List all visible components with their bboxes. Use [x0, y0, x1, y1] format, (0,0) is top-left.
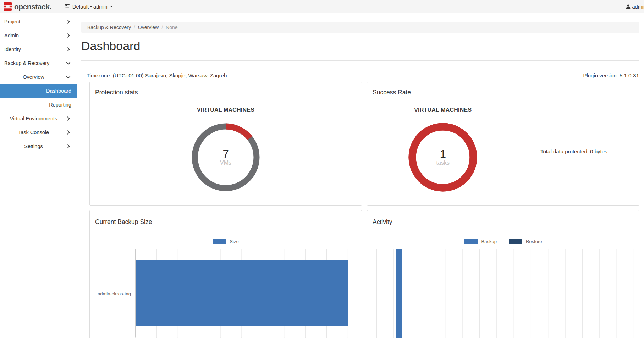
current-backup-size-title: Current Backup Size	[95, 218, 357, 226]
protection-stats-card: Protection stats VIRTUAL MACHINES 7 VMs	[89, 82, 362, 206]
chevron-down-icon	[66, 74, 71, 80]
activity-bar-chart	[372, 249, 634, 338]
user-icon	[626, 4, 631, 9]
chevron-right-icon	[66, 143, 71, 149]
chevron-right-icon	[66, 33, 71, 38]
title-divider	[81, 60, 639, 61]
sidebar-item-dashboard[interactable]: Dashboard	[0, 84, 77, 98]
domain-project-switcher[interactable]: Default • admin	[65, 4, 113, 10]
success-tasks-unit: tasks	[436, 160, 450, 166]
activity-card: Activity Backup Restore	[367, 210, 639, 338]
success-tasks-count: 1	[440, 149, 446, 160]
backup-size-category-label: admin-cirros-tag	[95, 249, 135, 338]
breadcrumb-backup-recovery[interactable]: Backup & Recovery	[87, 24, 131, 30]
project-switcher-label: Default • admin	[72, 4, 108, 10]
backup-legend-label: Backup	[481, 239, 497, 244]
sidebar-item-overview[interactable]: Overview	[0, 70, 77, 84]
backup-size-bar-chart: admin-cirros-tag	[95, 249, 357, 338]
brand-text: openstack.	[14, 2, 51, 11]
chevron-right-icon	[66, 19, 71, 24]
restore-legend-swatch	[509, 239, 522, 244]
activity-plot-area	[376, 249, 634, 338]
openstack-logo-icon	[4, 2, 12, 11]
activity-title: Activity	[372, 218, 634, 226]
chevron-right-icon	[66, 130, 71, 135]
meta-row: Timezone: (UTC+01:00) Sarajevo, Skopje, …	[81, 72, 639, 79]
size-legend-label: Size	[230, 239, 238, 244]
protected-vms-unit: VMs	[220, 160, 231, 166]
openstack-brand[interactable]: openstack.	[0, 2, 60, 11]
backup-size-bar	[136, 260, 348, 326]
chevron-right-icon	[66, 116, 71, 121]
activity-legend: Backup Restore	[372, 239, 634, 244]
sidebar-item-virtual-environments[interactable]: Virtual Environments	[0, 111, 77, 125]
protection-stats-chart-title: VIRTUAL MACHINES	[95, 107, 357, 114]
card-divider	[372, 231, 634, 231]
sidebar: Project Admin Identity Backup & Recovery…	[0, 13, 77, 338]
size-legend-swatch	[213, 239, 226, 244]
sidebar-item-settings[interactable]: Settings	[0, 139, 77, 153]
activity-backup-bar	[396, 249, 402, 338]
sidebar-item-identity[interactable]: Identity	[0, 42, 77, 56]
sidebar-item-task-console[interactable]: Task Console	[0, 125, 77, 139]
user-menu-label: admin	[632, 4, 644, 10]
breadcrumb-separator: /	[131, 24, 138, 30]
success-rate-donut-chart: 1 tasks	[407, 122, 478, 193]
top-bar: openstack. Default • admin admin	[0, 0, 644, 13]
breadcrumb-current: None	[166, 24, 177, 30]
page-title: Dashboard	[81, 39, 639, 53]
breadcrumb-overview[interactable]: Overview	[138, 24, 159, 30]
total-data-protected-text: Total data protected: 0 bytes	[514, 148, 634, 154]
project-switcher-icon	[65, 4, 70, 9]
sidebar-item-admin[interactable]: Admin	[0, 28, 77, 42]
size-legend: Size	[95, 239, 357, 244]
breadcrumb-separator: /	[159, 24, 166, 30]
success-rate-chart-title: VIRTUAL MACHINES	[372, 107, 514, 114]
user-menu[interactable]: admin	[626, 0, 644, 13]
restore-legend-label: Restore	[526, 239, 542, 244]
timezone-text: Timezone: (UTC+01:00) Sarajevo, Skopje, …	[87, 72, 227, 79]
sidebar-item-reporting[interactable]: Reporting	[0, 98, 77, 111]
breadcrumb: Backup & Recovery / Overview / None	[81, 22, 639, 33]
chevron-down-icon	[110, 6, 113, 7]
chevron-down-icon	[66, 60, 71, 66]
card-divider	[95, 231, 357, 231]
success-rate-card: Success Rate VIRTUAL MACHINES	[367, 82, 639, 206]
protection-stats-title: Protection stats	[95, 88, 357, 96]
protected-vms-count: 7	[222, 149, 229, 160]
current-backup-size-card: Current Backup Size Size admin-cirros-ta…	[89, 210, 362, 338]
backup-size-plot-area	[135, 249, 348, 338]
plugin-version-text: Plugin version: 5.1.0-31	[583, 72, 639, 79]
chevron-right-icon	[66, 47, 71, 52]
card-divider	[95, 100, 357, 100]
success-rate-title: Success Rate	[372, 88, 634, 96]
sidebar-item-project[interactable]: Project	[0, 15, 77, 28]
main-content: Backup & Recovery / Overview / None Dash…	[78, 13, 644, 338]
sidebar-item-backup-recovery[interactable]: Backup & Recovery	[0, 56, 77, 70]
backup-legend-swatch	[464, 239, 478, 244]
protection-stats-donut-chart: 7 VMs	[190, 122, 261, 193]
